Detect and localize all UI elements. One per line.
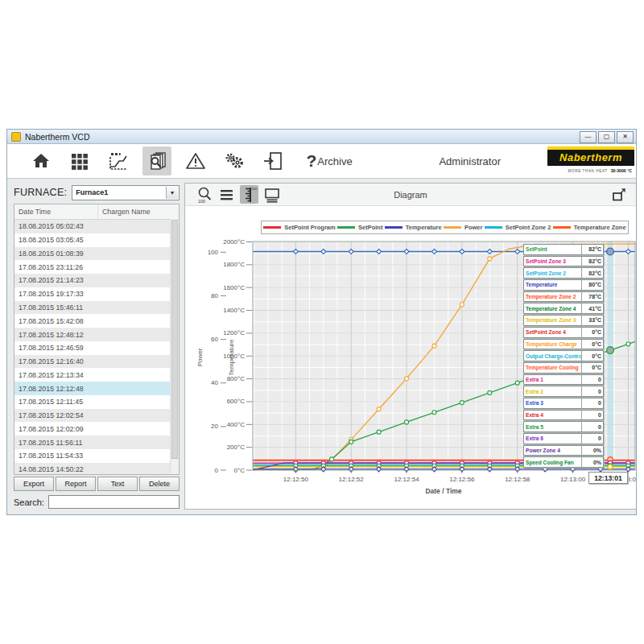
svg-text:12:12:56: 12:12:56 (449, 476, 475, 483)
exit-icon[interactable] (258, 147, 287, 175)
svg-text:1800°C: 1800°C (223, 261, 245, 268)
minimize-button[interactable]: — (580, 131, 597, 143)
charge-row[interactable]: 17.08.2015 23:11:26 (14, 260, 179, 274)
charge-list: Date Time Chargen Name 18.08.2015 05:02:… (14, 204, 180, 475)
charge-row[interactable]: 17.08.2015 12:16:40 (14, 355, 179, 369)
charge-row[interactable]: 17.08.2015 12:02:09 (14, 422, 179, 436)
expand-icon[interactable] (610, 186, 628, 204)
svg-text:400°C: 400°C (227, 421, 246, 428)
svg-text:12:12:58: 12:12:58 (505, 476, 530, 483)
maximize-button[interactable]: ▢ (598, 131, 615, 143)
legend-swatch (444, 226, 461, 229)
svg-text:Power: Power (196, 348, 204, 366)
diagram-toolbar: 100 100 (185, 184, 636, 206)
legend-swatch (337, 226, 355, 229)
charge-row[interactable]: 17.08.2015 21:14:23 (14, 274, 179, 287)
list-actions: ExportReportTextDelete (14, 477, 180, 491)
readout-row: Output Charge-Control0°C (523, 350, 604, 361)
charge-row[interactable]: 18.08.2015 05:02:43 (14, 220, 179, 233)
readout-row: SetPoint82°C (523, 244, 604, 255)
legend-item: SetPoint Program (263, 224, 335, 231)
legend-swatch (485, 226, 502, 229)
furnace-select[interactable]: Furnace1 ▼ (72, 185, 180, 200)
search-input[interactable] (48, 495, 180, 509)
search-label: Search: (14, 497, 44, 507)
charge-row[interactable]: 17.08.2015 12:11:45 (14, 395, 179, 409)
apps-grid-icon[interactable] (65, 147, 94, 175)
warning-icon[interactable] (181, 147, 210, 175)
charge-row[interactable]: 17.08.2015 11:56:11 (14, 436, 179, 449)
readout-table: SetPoint82°CSetPoint Zone 382°CSetPoint … (523, 244, 604, 468)
chevron-down-icon[interactable]: ▼ (166, 187, 178, 199)
close-button[interactable]: ✕ (617, 131, 634, 143)
readout-row: Power Zone 40% (523, 445, 604, 456)
readout-row: Extra 10 (523, 374, 604, 386)
svg-text:1400°C: 1400°C (223, 307, 245, 314)
svg-text:20: 20 (211, 423, 218, 430)
window-controls: — ▢ ✕ (580, 131, 634, 143)
report-button[interactable]: Report (56, 477, 96, 491)
readout-row: Temperature Charge0°C (523, 339, 604, 350)
readout-row: SetPoint Zone 40°C (523, 327, 604, 338)
charge-row[interactable]: 17.08.2015 12:46:59 (14, 341, 179, 355)
svg-text:60: 60 (211, 336, 218, 343)
charge-row[interactable]: 17.08.2015 15:46:11 (14, 301, 179, 315)
svg-text:12:13:00: 12:13:00 (560, 476, 586, 483)
charge-row[interactable]: 14.08.2015 14:50:22 (14, 463, 179, 475)
readout-row: Temperature Cooling0°C (523, 362, 604, 374)
readout-row: Temperature Zone 333°C (523, 315, 604, 326)
charge-row[interactable]: 17.08.2015 15:42:08 (14, 314, 179, 328)
svg-text:100: 100 (208, 249, 219, 256)
svg-text:Temperature: Temperature (228, 339, 235, 375)
svg-text:200°C: 200°C (227, 444, 246, 451)
column-date-time: Date Time (14, 204, 98, 219)
archive-search-icon[interactable] (142, 147, 171, 175)
logo-tagline: MORE THAN HEAT (568, 169, 608, 173)
scrollbar-thumb[interactable] (171, 220, 178, 459)
chart-legend: SetPoint ProgramSetPointTemperaturePower… (261, 221, 629, 234)
readout-row: SetPoint Zone 382°C (523, 256, 604, 267)
delete-button[interactable]: Delete (139, 477, 180, 491)
legend-swatch (385, 226, 402, 229)
charge-row[interactable]: 17.08.2015 19:17:33 (14, 287, 179, 301)
readout-row: Temperature Zone 441°C (523, 303, 604, 314)
scrollbar[interactable] (170, 219, 179, 474)
svg-text:1200°C: 1200°C (223, 329, 245, 336)
home-icon[interactable] (27, 147, 56, 175)
svg-text:1600°C: 1600°C (223, 284, 245, 291)
settings-gears-icon[interactable] (220, 147, 249, 175)
logo-brand: Nabertherm (547, 150, 634, 166)
charge-list-header: Date Time Chargen Name (14, 204, 179, 220)
svg-text:100: 100 (251, 187, 257, 191)
charge-row[interactable]: 17.08.2015 12:12:48 (14, 382, 179, 395)
titlebar[interactable]: Nabertherm VCD — ▢ ✕ (7, 130, 636, 144)
legend-swatch (553, 226, 571, 229)
readout-row: Extra 20 (523, 386, 604, 397)
page-title: Archive (291, 144, 379, 178)
svg-text:0: 0 (215, 467, 219, 474)
list-icon[interactable] (217, 185, 236, 204)
svg-text:80: 80 (211, 292, 218, 299)
nav-icons: ? (27, 146, 326, 176)
readout-row: Extra 40 (523, 410, 604, 421)
legend-item: Power (444, 224, 483, 231)
charge-row[interactable]: 17.08.2015 12:13:34 (14, 368, 179, 382)
svg-text:12:12:50: 12:12:50 (283, 476, 309, 483)
desktop: Nabertherm VCD — ▢ ✕ (0, 0, 644, 644)
legend-item: SetPoint (337, 224, 382, 231)
charge-row[interactable]: 17.08.2015 12:02:54 (14, 409, 179, 423)
program-chart-icon[interactable] (104, 147, 133, 175)
text-button[interactable]: Text (97, 477, 138, 491)
export-button[interactable]: Export (14, 477, 54, 491)
svg-text:1000°C: 1000°C (223, 353, 245, 360)
app-icon (11, 132, 21, 142)
svg-text:100: 100 (198, 199, 205, 204)
charge-row[interactable]: 18.08.2015 01:08:39 (14, 247, 179, 261)
charge-row[interactable]: 18.08.2015 03:05:45 (14, 233, 179, 247)
charge-row[interactable]: 17.08.2015 11:54:33 (14, 449, 179, 463)
scale-icon[interactable]: 100 (240, 185, 258, 204)
screen-icon[interactable] (262, 185, 281, 204)
zoom-100-icon[interactable]: 100 (195, 185, 213, 204)
furnace-label: FURNACE: (14, 187, 67, 198)
charge-row[interactable]: 17.08.2015 12:48:12 (14, 328, 179, 341)
